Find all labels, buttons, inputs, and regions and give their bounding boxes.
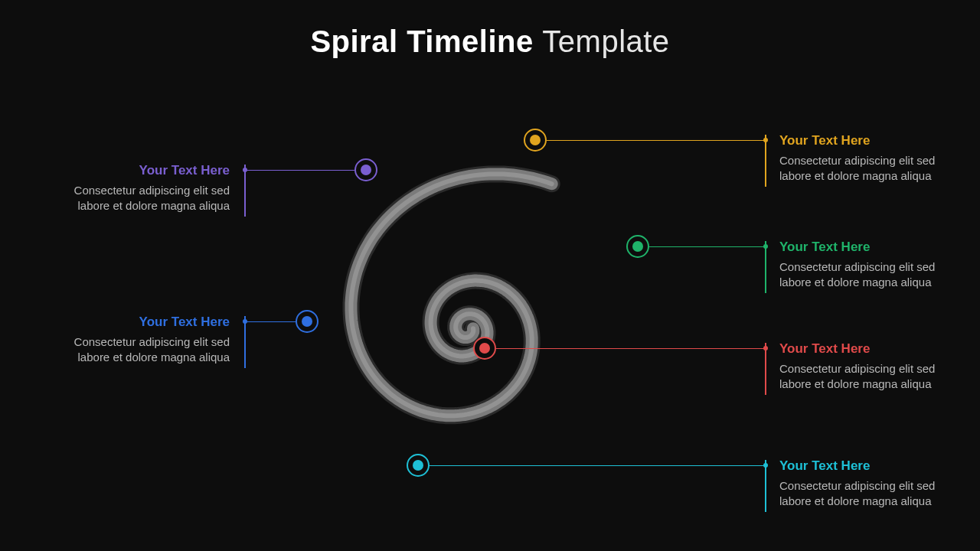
leader-cyan	[430, 465, 766, 466]
heading-purple: Your Text Here	[41, 162, 230, 180]
heading-red: Your Text Here	[779, 341, 968, 358]
callout-red: Your Text Here Consectetur adipiscing el…	[769, 341, 968, 392]
heading-green: Your Text Here	[779, 239, 968, 256]
dot-red	[479, 343, 490, 354]
heading-orange: Your Text Here	[779, 132, 968, 150]
callout-orange: Your Text Here Consectetur adipiscing el…	[769, 132, 968, 184]
node-orange	[524, 129, 547, 152]
dot-orange	[530, 135, 541, 145]
leader-blue	[245, 321, 296, 322]
vbar-green	[765, 241, 766, 293]
node-cyan	[407, 454, 430, 477]
callout-cyan: Your Text Here Consectetur adipiscing el…	[769, 458, 968, 509]
callout-blue: Your Text Here Consectetur adipiscing el…	[41, 314, 240, 365]
node-red	[473, 337, 496, 360]
dot-green	[632, 241, 643, 252]
diagram-stage: Your Text Here Consectetur adipiscing el…	[0, 0, 980, 551]
vbar-red	[765, 343, 766, 395]
vbar-blue	[244, 316, 246, 368]
leader-green	[649, 246, 766, 247]
vbar-cyan	[765, 460, 766, 512]
callout-purple: Your Text Here Consectetur adipiscing el…	[41, 162, 240, 214]
heading-blue: Your Text Here	[41, 314, 230, 331]
node-purple	[354, 158, 377, 181]
body-orange: Consectetur adipiscing elit sed labore e…	[779, 153, 968, 184]
leader-red	[496, 348, 766, 349]
node-green	[626, 235, 649, 258]
leader-orange	[547, 140, 766, 141]
body-red: Consectetur adipiscing elit sed labore e…	[779, 361, 968, 393]
body-green: Consectetur adipiscing elit sed labore e…	[779, 259, 968, 291]
callout-green: Your Text Here Consectetur adipiscing el…	[769, 239, 968, 290]
dot-blue	[302, 316, 312, 327]
heading-cyan: Your Text Here	[779, 458, 968, 475]
dot-purple	[361, 165, 371, 175]
body-purple: Consectetur adipiscing elit sed labore e…	[41, 183, 230, 214]
body-cyan: Consectetur adipiscing elit sed labore e…	[779, 478, 968, 510]
vbar-purple	[244, 165, 246, 217]
dot-cyan	[413, 460, 423, 471]
node-blue	[296, 310, 318, 333]
leader-purple	[245, 170, 354, 171]
body-blue: Consectetur adipiscing elit sed labore e…	[41, 334, 230, 366]
vbar-orange	[765, 135, 766, 187]
